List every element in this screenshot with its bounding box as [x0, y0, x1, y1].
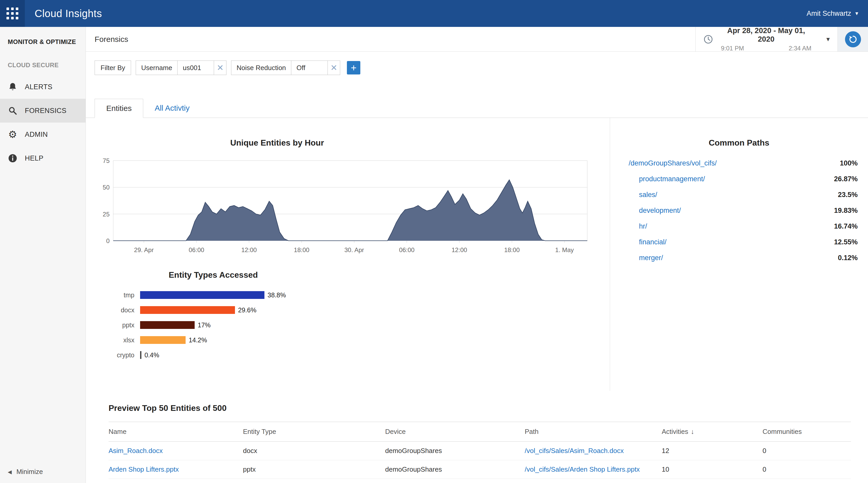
entity-name-link[interactable]: River Shop Lifters.pptx: [108, 479, 243, 483]
bar-tmp[interactable]: [140, 291, 265, 299]
tab-entities[interactable]: Entities: [95, 99, 143, 118]
clock-icon: [703, 34, 713, 44]
table-row: River Shop Lifters.pptxpptxdemoGroupShar…: [108, 479, 851, 483]
activities-cell: 10: [662, 460, 763, 479]
activities-cell: 9: [662, 479, 763, 483]
filter-chip-name: Noise Reduction: [231, 61, 291, 75]
area-chart-title: Unique Entities by Hour: [101, 138, 453, 148]
common-path-link[interactable]: /demoGroupShares/vol_cifs/: [629, 159, 717, 167]
filter-chip-username: Username us001 ✕: [136, 61, 226, 75]
svg-text:75: 75: [103, 157, 110, 164]
sidebar-item-help[interactable]: HELP: [0, 146, 86, 170]
table-row: Arden Shop Lifters.pptxpptxdemoGroupShar…: [108, 460, 851, 479]
bar-category-label: xlsx: [96, 336, 140, 344]
svg-text:29. Apr: 29. Apr: [134, 246, 154, 253]
svg-text:0: 0: [106, 237, 110, 244]
device-cell: demoGroupShares: [385, 479, 525, 483]
app-launcher-button[interactable]: [0, 0, 25, 27]
common-path-row: sales/23.5%: [610, 187, 868, 203]
refresh-button[interactable]: [845, 31, 861, 47]
minimize-label: Minimize: [16, 468, 43, 476]
bar-value-label: 14.2%: [189, 336, 207, 344]
common-path-link[interactable]: merger/: [639, 254, 663, 262]
bar-category-label: pptx: [96, 322, 140, 329]
column-header-path[interactable]: Path: [525, 422, 662, 442]
svg-text:1. May: 1. May: [555, 246, 574, 253]
add-filter-button[interactable]: +: [347, 61, 360, 74]
common-path-percent: 16.74%: [834, 222, 858, 231]
common-path-link[interactable]: productmanagement/: [639, 175, 705, 183]
sidebar-section-cloud-secure: CLOUD SECURE: [0, 62, 86, 69]
common-path-row: productmanagement/26.87%: [610, 171, 868, 187]
bar-value-label: 0.4%: [145, 352, 159, 359]
common-path-link[interactable]: hr/: [639, 222, 647, 231]
bar-docx[interactable]: [140, 306, 235, 314]
close-icon[interactable]: ✕: [328, 61, 340, 75]
common-path-percent: 0.12%: [838, 254, 858, 262]
communities-cell: 0: [763, 460, 851, 479]
entity-path-link[interactable]: /vol_cifs/Sales/Arden Shop Lifters.pptx: [525, 460, 662, 479]
entity-type-cell: pptx: [243, 479, 385, 483]
common-path-row: merger/0.12%: [610, 250, 868, 266]
filter-chip-noise-reduction: Noise Reduction Off ✕: [231, 61, 340, 75]
sidebar-section-monitor-optimize[interactable]: MONITOR & OPTIMIZE: [0, 38, 86, 46]
common-path-link[interactable]: financial/: [639, 238, 666, 246]
bar-value-label: 29.6%: [238, 306, 256, 314]
common-path-link[interactable]: development/: [639, 207, 681, 215]
tab-bar: Entities All Activtiy: [86, 99, 868, 118]
filter-chip-value[interactable]: us001: [178, 61, 214, 75]
filter-by-label[interactable]: Filter By: [95, 61, 131, 75]
common-path-row: development/19.83%: [610, 203, 868, 218]
entity-path-link[interactable]: /vol_cifs/Sales/Asim_Roach.docx: [525, 442, 662, 460]
tab-all-activity[interactable]: All Activtiy: [143, 98, 201, 118]
communities-cell: 0: [763, 442, 851, 460]
bar-row-xlsx: xlsx14.2%: [96, 333, 610, 348]
minimize-button[interactable]: ◀ Minimize: [8, 468, 43, 476]
bar-chart-title: Entity Types Accessed: [93, 270, 334, 280]
bar-row-pptx: pptx17%: [96, 318, 610, 333]
common-path-link[interactable]: sales/: [639, 191, 657, 199]
sidebar-item-label: ADMIN: [25, 130, 48, 139]
bar-xlsx[interactable]: [140, 336, 186, 344]
column-header-activities[interactable]: Activities↓: [662, 422, 763, 442]
close-icon[interactable]: ✕: [214, 61, 226, 75]
filter-chip-value[interactable]: Off: [291, 61, 328, 75]
bell-icon: [8, 82, 18, 92]
common-path-percent: 100%: [840, 159, 858, 167]
communities-cell: [763, 479, 851, 483]
entities-table: Name Entity Type Device Path Activities↓…: [108, 422, 851, 483]
table-row: Asim_Roach.docxdocxdemoGroupShares/vol_c…: [108, 442, 851, 460]
activities-cell: 12: [662, 442, 763, 460]
common-path-percent: 12.55%: [834, 238, 858, 246]
common-path-percent: 26.87%: [834, 175, 858, 183]
sidebar-item-admin[interactable]: ⚙ ADMIN: [0, 123, 86, 146]
sidebar-item-alerts[interactable]: ALERTS: [0, 75, 86, 99]
svg-text:12:00: 12:00: [452, 246, 467, 253]
entity-name-link[interactable]: Arden Shop Lifters.pptx: [108, 460, 243, 479]
common-paths-panel: Common Paths /demoGroupShares/vol_cifs/1…: [610, 118, 868, 391]
column-header-name[interactable]: Name: [108, 422, 243, 442]
time-range-picker[interactable]: Apr 28, 2020 - May 01, 2020 9:01 PM 2:34…: [695, 27, 837, 52]
bar-value-label: 17%: [198, 322, 211, 329]
column-header-entity-type[interactable]: Entity Type: [243, 422, 385, 442]
entity-name-link[interactable]: Asim_Roach.docx: [108, 442, 243, 460]
user-menu[interactable]: Amit Schwartz ▾: [806, 9, 858, 18]
bar-pptx[interactable]: [140, 321, 195, 329]
entity-type-cell: pptx: [243, 460, 385, 479]
common-paths-title: Common Paths: [610, 138, 868, 148]
column-header-communities[interactable]: Communities: [763, 422, 851, 442]
time-range-end: 2:34 AM: [788, 45, 811, 52]
gear-icon: ⚙: [8, 129, 18, 140]
chevron-down-icon: ▾: [826, 35, 830, 43]
entity-path-link[interactable]: /vol_cifs/Sales/River Shop Lifters.pptx: [525, 479, 662, 483]
column-header-device[interactable]: Device: [385, 422, 525, 442]
common-path-row: /demoGroupShares/vol_cifs/100%: [610, 155, 868, 171]
refresh-section: [837, 27, 868, 52]
preview-title: Preview Top 50 Entities of 500: [108, 403, 859, 413]
sidebar-item-forensics[interactable]: FORENSICS: [0, 99, 86, 123]
bar-row-crypto: crypto0.4%: [96, 348, 610, 363]
bar-crypto[interactable]: [140, 351, 142, 359]
common-path-row: hr/16.74%: [610, 218, 868, 234]
search-icon: [8, 106, 18, 116]
table-header-row: Name Entity Type Device Path Activities↓…: [108, 422, 851, 442]
